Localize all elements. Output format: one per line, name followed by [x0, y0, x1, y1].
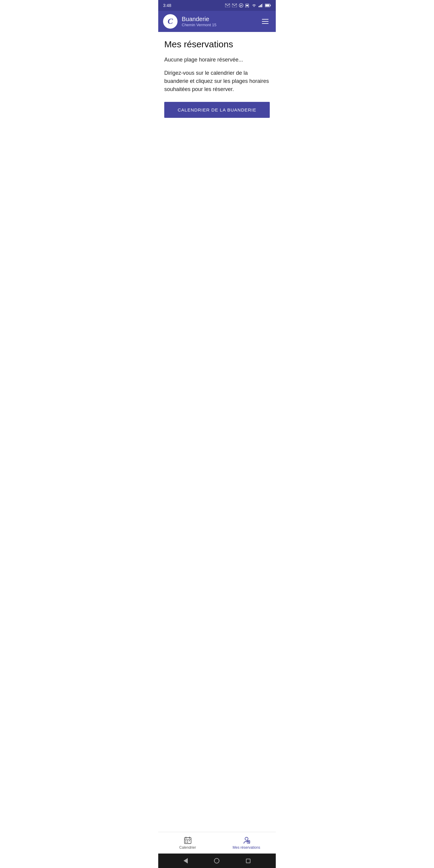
- svg-rect-17: [185, 840, 186, 841]
- svg-rect-12: [266, 4, 270, 7]
- android-nav-bar: [158, 854, 276, 868]
- sim-icon: [245, 3, 249, 7]
- app-bar: C Buanderie Chemin Vermont 15: [158, 11, 276, 32]
- android-back-button[interactable]: [184, 858, 188, 864]
- menu-line-2: [262, 21, 269, 22]
- back-icon: [184, 858, 188, 864]
- recents-icon: [246, 859, 250, 863]
- app-subtitle: Chemin Vermont 15: [182, 23, 259, 27]
- main-content: Mes réservations Aucune plage horaire ré…: [158, 32, 276, 832]
- status-time: 3:48: [163, 3, 171, 8]
- bottom-nav: Calendrier Mes réservations: [158, 832, 276, 854]
- svg-point-22: [245, 837, 248, 840]
- svg-rect-8: [261, 4, 262, 7]
- svg-rect-9: [262, 4, 263, 7]
- calendrier-nav-icon: [184, 836, 192, 844]
- svg-rect-7: [260, 5, 261, 7]
- svg-rect-6: [258, 6, 259, 7]
- android-home-button[interactable]: [214, 858, 219, 864]
- reservations-nav-icon: [243, 836, 250, 844]
- nav-item-mes-reservations[interactable]: Mes réservations: [217, 832, 276, 854]
- wifi-icon: [252, 4, 256, 7]
- status-bar: 3:48 P: [158, 0, 276, 11]
- svg-text:P: P: [240, 4, 242, 7]
- svg-rect-5: [246, 5, 248, 6]
- nav-item-calendrier[interactable]: Calendrier: [158, 832, 217, 854]
- app-title: Buanderie: [182, 16, 259, 23]
- app-title-section: Buanderie Chemin Vermont 15: [182, 16, 259, 27]
- calendar-button[interactable]: CALENDRIER DE LA BUANDERIE: [164, 102, 270, 118]
- android-recents-button[interactable]: [246, 859, 250, 863]
- mail-icon: [225, 4, 230, 7]
- svg-rect-11: [270, 5, 271, 6]
- svg-rect-19: [189, 840, 190, 841]
- instructions: Dirigez-vous sur le calendrier de la bua…: [164, 69, 270, 93]
- home-icon: [214, 858, 219, 864]
- battery-icon: [265, 4, 271, 7]
- empty-message: Aucune plage horaire réservée...: [164, 57, 270, 63]
- signal-icon: [258, 4, 263, 7]
- mail2-icon: [232, 4, 237, 7]
- svg-rect-21: [187, 842, 188, 843]
- menu-button[interactable]: [259, 17, 271, 26]
- menu-line-1: [262, 19, 269, 20]
- nav-label-calendrier: Calendrier: [179, 845, 196, 849]
- page-title: Mes réservations: [164, 39, 270, 50]
- app-logo: C: [163, 14, 178, 29]
- status-icons: P: [225, 3, 271, 7]
- menu-line-3: [262, 23, 269, 24]
- nav-label-mes-reservations: Mes réservations: [233, 845, 260, 849]
- p-icon: P: [239, 3, 243, 7]
- svg-rect-20: [185, 842, 186, 843]
- svg-rect-18: [187, 840, 188, 841]
